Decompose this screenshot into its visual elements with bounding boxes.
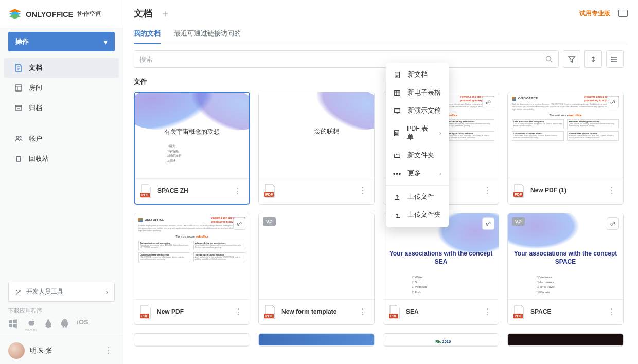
file-menu-icon[interactable]: ⋮: [606, 308, 618, 316]
tab-recent-links[interactable]: 最近可通过链接访问的: [174, 29, 241, 44]
file-menu-icon[interactable]: ⋮: [481, 308, 493, 316]
file-card[interactable]: [507, 333, 624, 347]
dev-tools-button[interactable]: 开发人员工具 ›: [8, 282, 115, 302]
menu-more[interactable]: ••• 更多 ›: [386, 165, 449, 183]
pdf-icon: PDF: [264, 305, 276, 319]
chevron-right-icon: ›: [439, 170, 441, 177]
svg-point-4: [20, 136, 21, 138]
chevron-right-icon: ›: [439, 130, 441, 137]
sort-button[interactable]: [584, 50, 602, 68]
nav-secondary: 帐户 回收站: [0, 129, 123, 169]
file-menu-icon[interactable]: ⋮: [357, 187, 369, 194]
svg-text:Rio: Rio: [435, 339, 442, 344]
svg-point-5: [64, 320, 64, 321]
file-card[interactable]: Rio2016: [383, 333, 499, 347]
upload-icon: [393, 193, 401, 202]
add-button[interactable]: ＋: [160, 8, 171, 19]
menu-new-folder[interactable]: 新文件夹: [386, 147, 449, 165]
link-badge-icon[interactable]: [482, 96, 494, 108]
menu-upload-folder[interactable]: 上传文件夹: [386, 206, 449, 224]
user-name: 明珠 张: [30, 346, 97, 355]
svg-text:PDF: PDF: [390, 314, 398, 318]
search-input-wrapper[interactable]: [134, 50, 559, 68]
file-menu-icon[interactable]: ⋮: [232, 188, 244, 195]
svg-text:PDF: PDF: [141, 314, 149, 318]
chevron-right-icon: ›: [106, 288, 108, 296]
file-card[interactable]: V.3 Your associations with the concept S…: [383, 213, 499, 325]
sheet-icon: [393, 89, 401, 97]
account-icon: [14, 135, 23, 143]
svg-point-9: [611, 59, 612, 60]
trash-icon: [14, 155, 23, 163]
user-menu-icon[interactable]: ⋮: [102, 347, 115, 354]
file-icon: [14, 64, 23, 72]
main: 文档 ＋ 试用专业版 我的文档 最近可通过链接访问的 文件 有关宇宙概念的联想: [123, 0, 638, 364]
sidebar-item-trash[interactable]: 回收站: [4, 149, 119, 169]
view-button[interactable]: [606, 50, 624, 68]
link-badge-icon[interactable]: [607, 96, 619, 108]
windows-icon[interactable]: [8, 319, 17, 332]
onlyoffice-logo-icon: [8, 7, 22, 21]
svg-text:PDF: PDF: [515, 193, 522, 196]
file-card[interactable]: [134, 333, 250, 347]
linux-icon[interactable]: [44, 319, 53, 332]
link-badge-icon[interactable]: [482, 217, 494, 230]
file-menu-icon[interactable]: ⋮: [606, 187, 618, 194]
menu-pdf-form[interactable]: PDF 表单 ›: [386, 120, 449, 147]
action-button[interactable]: 操作 ▾: [8, 32, 115, 51]
file-card[interactable]: 有关宇宙概念的联想 □ 巨大□ 宇宙船 □ 时间旅行□ 星球 PDF SPACE…: [134, 92, 250, 205]
menu-new-document[interactable]: 新文档: [386, 66, 449, 84]
search-input[interactable]: [139, 56, 545, 63]
svg-rect-34: [396, 134, 398, 135]
pdf-icon: PDF: [264, 184, 276, 198]
logo[interactable]: ONLYOFFICE 协作空间: [0, 0, 123, 28]
trial-link[interactable]: 试用专业版: [579, 9, 610, 18]
pdf-icon: PDF: [139, 305, 152, 319]
brand-name: ONLYOFFICE: [26, 10, 73, 19]
android-icon[interactable]: [60, 319, 69, 332]
file-menu-icon[interactable]: ⋮: [481, 187, 493, 194]
link-badge-icon[interactable]: [607, 217, 619, 230]
file-menu-icon[interactable]: ⋮: [232, 308, 244, 316]
sidebar-item-accounts[interactable]: 帐户: [4, 129, 119, 149]
tab-my-documents[interactable]: 我的文档: [134, 29, 161, 44]
pdfform-icon: [393, 129, 401, 137]
file-card[interactable]: [258, 333, 375, 347]
avatar: [8, 342, 25, 359]
chevron-down-icon: ▾: [104, 38, 108, 46]
macos-icon[interactable]: macOS: [25, 319, 37, 332]
svg-text:2016: 2016: [442, 339, 451, 344]
sidebar-item-documents[interactable]: 文档: [4, 58, 119, 78]
link-badge-icon[interactable]: [233, 217, 245, 230]
svg-text:PDF: PDF: [141, 193, 149, 197]
sidebar-item-rooms[interactable]: 房间: [4, 78, 119, 98]
sidebar-item-archive[interactable]: 归档: [4, 98, 119, 118]
file-card[interactable]: ONLYOFFICEPowerful and secure documproce…: [507, 92, 624, 205]
file-name: SEA: [406, 308, 419, 316]
menu-divider: [386, 185, 449, 186]
svg-point-7: [546, 57, 551, 61]
file-card[interactable]: V.2 Your associations with the concept S…: [507, 213, 624, 325]
doc-icon: [393, 71, 401, 79]
section-files-label: 文件: [123, 74, 638, 92]
svg-rect-33: [396, 132, 398, 133]
brand-suffix: 协作空间: [77, 10, 102, 19]
menu-new-presentation[interactable]: 新演示文稿: [386, 102, 449, 120]
file-card[interactable]: V.2 PDF New form template ⋮: [258, 213, 375, 325]
create-menu: 新文档 新电子表格 新演示文稿 PDF 表单 › 新文件夹 ••• 更多 › 上…: [386, 63, 449, 227]
tabs: 我的文档 最近可通过链接访问的: [134, 29, 628, 44]
svg-rect-30: [395, 90, 400, 95]
menu-new-spreadsheet[interactable]: 新电子表格: [386, 84, 449, 102]
filter-button[interactable]: [563, 50, 580, 68]
pdf-icon: PDF: [513, 305, 525, 319]
svg-text:PDF: PDF: [265, 314, 273, 318]
panel-toggle-icon[interactable]: [618, 10, 628, 17]
ios-icon[interactable]: iOS: [77, 319, 88, 332]
file-card[interactable]: 念的联想 PDF ⋮: [258, 92, 375, 205]
user-row[interactable]: 明珠 张 ⋮: [0, 337, 123, 364]
file-card[interactable]: ONLYOFFICEPowerful and secure documproce…: [134, 213, 250, 325]
file-menu-icon[interactable]: ⋮: [357, 308, 369, 316]
thumbnail: Your associations with the concept SPACE…: [508, 213, 623, 300]
menu-upload-file[interactable]: 上传文件: [386, 188, 449, 206]
svg-text:PDF: PDF: [515, 314, 522, 318]
